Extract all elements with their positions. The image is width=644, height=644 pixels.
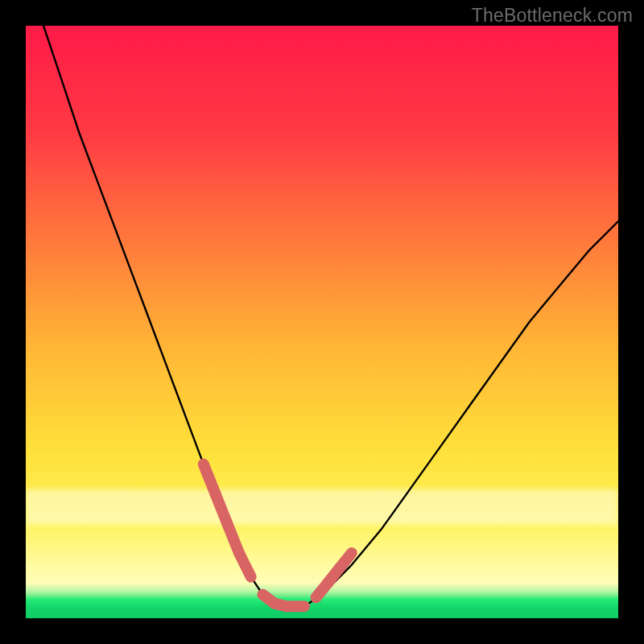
plot-area xyxy=(26,26,618,618)
chart-stage: TheBottleneck.com xyxy=(0,0,644,644)
svg-line-4 xyxy=(239,553,251,577)
bottleneck-curve xyxy=(43,26,618,606)
watermark-text: TheBottleneck.com xyxy=(472,5,633,27)
curve-layer xyxy=(26,26,618,618)
highlight-markers xyxy=(204,464,352,607)
